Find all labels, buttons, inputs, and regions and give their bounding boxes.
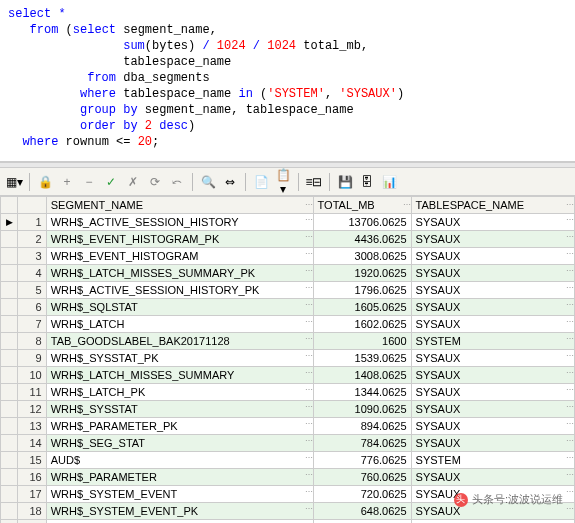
nav-button[interactable]: ⇔ (220, 172, 240, 192)
cell-total-mb[interactable]: 3008.0625 (313, 248, 411, 265)
cell-ellipsis-icon[interactable]: ⋯ (566, 351, 573, 360)
cell-total-mb[interactable]: 1408.0625 (313, 367, 411, 384)
cell-ellipsis-icon[interactable]: ⋯ (566, 266, 573, 275)
table-row[interactable]: 10WRH$_LATCH_MISSES_SUMMARY⋯1408.0625SYS… (1, 367, 575, 384)
cell-tablespace-name[interactable]: SYSTEM⋯ (411, 333, 574, 350)
cell-tablespace-name[interactable]: SYSAUX⋯ (411, 214, 574, 231)
sql-line[interactable]: tablespace_name (8, 54, 567, 70)
cell-total-mb[interactable]: 4436.0625 (313, 231, 411, 248)
cell-ellipsis-icon[interactable]: ⋯ (305, 453, 312, 462)
col-header-total-mb[interactable]: TOTAL_MB⋯ (313, 197, 411, 214)
cell-ellipsis-icon[interactable]: ⋯ (566, 215, 573, 224)
cell-total-mb[interactable]: 760.0625 (313, 469, 411, 486)
cell-ellipsis-icon[interactable]: ⋯ (566, 402, 573, 411)
table-row[interactable]: 8TAB_GOODSLABEL_BAK20171128⋯1600SYSTEM⋯ (1, 333, 575, 350)
cell-total-mb[interactable]: 894.0625 (313, 418, 411, 435)
cell-segment-name[interactable]: WRH$_SEG_STAT⋯ (46, 435, 313, 452)
cell-ellipsis-icon[interactable]: ⋯ (566, 317, 573, 326)
cell-segment-name[interactable]: WRH$_LATCH_MISSES_SUMMARY_PK⋯ (46, 265, 313, 282)
cell-total-mb[interactable]: 1600 (313, 333, 411, 350)
table-row[interactable]: 11WRH$_LATCH_PK⋯1344.0625SYSAUX⋯ (1, 384, 575, 401)
cell-ellipsis-icon[interactable]: ⋯ (305, 232, 312, 241)
cell-tablespace-name[interactable]: SYSAUX⋯ (411, 265, 574, 282)
cell-ellipsis-icon[interactable]: ⋯ (566, 334, 573, 343)
cell-segment-name[interactable]: WRH$_SYSTEM_EVENT⋯ (46, 486, 313, 503)
cell-segment-name[interactable]: WRH$_LATCH_MISSES_SUMMARY⋯ (46, 367, 313, 384)
cell-tablespace-name[interactable]: SYSAUX⋯ (411, 469, 574, 486)
cell-tablespace-name[interactable]: SYSAUX⋯ (411, 520, 574, 524)
sql-line[interactable]: from dba_segments (8, 70, 567, 86)
cell-segment-name[interactable]: WRH$_SERVICE_STAT_PK⋯ (46, 520, 313, 524)
cell-ellipsis-icon[interactable]: ⋯ (566, 232, 573, 241)
cell-ellipsis-icon[interactable]: ⋯ (305, 266, 312, 275)
sql-line[interactable]: sum(bytes) / 1024 / 1024 total_mb, (8, 38, 567, 54)
cell-tablespace-name[interactable]: SYSAUX⋯ (411, 384, 574, 401)
rollback-button[interactable]: ✗ (123, 172, 143, 192)
structure-button[interactable]: ≡⊟ (304, 172, 324, 192)
cell-tablespace-name[interactable]: SYSAUX⋯ (411, 350, 574, 367)
cell-ellipsis-icon[interactable]: ⋯ (305, 368, 312, 377)
table-row[interactable]: 19WRH$_SERVICE_STAT_PK⋯416.0625SYSAUX⋯ (1, 520, 575, 524)
sql-line[interactable]: select * (8, 6, 567, 22)
results-grid-wrap[interactable]: SEGMENT_NAME⋯ TOTAL_MB⋯ TABLESPACE_NAME⋯… (0, 196, 575, 523)
cell-segment-name[interactable]: TAB_GOODSLABEL_BAK20171128⋯ (46, 333, 313, 350)
table-row[interactable]: 15AUD$⋯776.0625SYSTEM⋯ (1, 452, 575, 469)
col-header-segment-name[interactable]: SEGMENT_NAME⋯ (46, 197, 313, 214)
cell-segment-name[interactable]: WRH$_EVENT_HISTOGRAM⋯ (46, 248, 313, 265)
db-button[interactable]: 🗄 (357, 172, 377, 192)
table-row[interactable]: 12WRH$_SYSSTAT⋯1090.0625SYSAUX⋯ (1, 401, 575, 418)
cell-total-mb[interactable]: 776.0625 (313, 452, 411, 469)
cell-ellipsis-icon[interactable]: ⋯ (305, 300, 312, 309)
grid-options-button[interactable]: ▦▾ (4, 172, 24, 192)
cell-tablespace-name[interactable]: SYSAUX⋯ (411, 282, 574, 299)
table-row[interactable]: 7WRH$_LATCH⋯1602.0625SYSAUX⋯ (1, 316, 575, 333)
cell-total-mb[interactable]: 416.0625 (313, 520, 411, 524)
results-grid[interactable]: SEGMENT_NAME⋯ TOTAL_MB⋯ TABLESPACE_NAME⋯… (0, 196, 575, 523)
cell-ellipsis-icon[interactable]: ⋯ (566, 385, 573, 394)
copy-button[interactable]: 📄 (251, 172, 271, 192)
cell-ellipsis-icon[interactable]: ⋯ (566, 487, 573, 496)
table-row[interactable]: 2WRH$_EVENT_HISTOGRAM_PK⋯4436.0625SYSAUX… (1, 231, 575, 248)
cell-ellipsis-icon[interactable]: ⋯ (566, 283, 573, 292)
col-header-tablespace-name[interactable]: TABLESPACE_NAME⋯ (411, 197, 574, 214)
cell-ellipsis-icon[interactable]: ⋯ (305, 317, 312, 326)
cell-ellipsis-icon[interactable]: ⋯ (305, 504, 312, 513)
cell-total-mb[interactable]: 1090.0625 (313, 401, 411, 418)
table-row[interactable]: 5WRH$_ACTIVE_SESSION_HISTORY_PK⋯1796.062… (1, 282, 575, 299)
cell-segment-name[interactable]: WRH$_ACTIVE_SESSION_HISTORY_PK⋯ (46, 282, 313, 299)
cell-ellipsis-icon[interactable]: ⋯ (305, 283, 312, 292)
cell-segment-name[interactable]: WRH$_SYSTEM_EVENT_PK⋯ (46, 503, 313, 520)
cell-ellipsis-icon[interactable]: ⋯ (305, 385, 312, 394)
cell-ellipsis-icon[interactable]: ⋯ (566, 419, 573, 428)
refresh-button[interactable]: ⟳ (145, 172, 165, 192)
cell-tablespace-name[interactable]: SYSAUX⋯ (411, 418, 574, 435)
table-row[interactable]: 4WRH$_LATCH_MISSES_SUMMARY_PK⋯1920.0625S… (1, 265, 575, 282)
cell-segment-name[interactable]: AUD$⋯ (46, 452, 313, 469)
cell-tablespace-name[interactable]: SYSAUX⋯ (411, 231, 574, 248)
cell-tablespace-name[interactable]: SYSAUX⋯ (411, 299, 574, 316)
clipboard-button[interactable]: 📋▾ (273, 172, 293, 192)
cell-tablespace-name[interactable]: SYSAUX⋯ (411, 248, 574, 265)
cell-total-mb[interactable]: 784.0625 (313, 435, 411, 452)
cell-total-mb[interactable]: 720.0625 (313, 486, 411, 503)
cell-total-mb[interactable]: 1920.0625 (313, 265, 411, 282)
cell-segment-name[interactable]: WRH$_SQLSTAT⋯ (46, 299, 313, 316)
cell-ellipsis-icon[interactable]: ⋯ (305, 487, 312, 496)
cell-segment-name[interactable]: WRH$_LATCH_PK⋯ (46, 384, 313, 401)
table-row[interactable]: 14WRH$_SEG_STAT⋯784.0625SYSAUX⋯ (1, 435, 575, 452)
cell-ellipsis-icon[interactable]: ⋯ (305, 470, 312, 479)
cell-segment-name[interactable]: WRH$_SYSSTAT_PK⋯ (46, 350, 313, 367)
cell-total-mb[interactable]: 648.0625 (313, 503, 411, 520)
cell-total-mb[interactable]: 1605.0625 (313, 299, 411, 316)
cell-ellipsis-icon[interactable]: ⋯ (305, 419, 312, 428)
cell-total-mb[interactable]: 1796.0625 (313, 282, 411, 299)
cell-ellipsis-icon[interactable]: ⋯ (566, 453, 573, 462)
find-button[interactable]: 🔍 (198, 172, 218, 192)
cell-ellipsis-icon[interactable]: ⋯ (305, 334, 312, 343)
delete-row-button[interactable]: − (79, 172, 99, 192)
cell-ellipsis-icon[interactable]: ⋯ (566, 436, 573, 445)
cell-tablespace-name[interactable]: SYSAUX⋯ (411, 401, 574, 418)
table-row[interactable]: 13WRH$_PARAMETER_PK⋯894.0625SYSAUX⋯ (1, 418, 575, 435)
undo-button[interactable]: ⤺ (167, 172, 187, 192)
sql-line[interactable]: where rownum <= 20; (8, 134, 567, 150)
